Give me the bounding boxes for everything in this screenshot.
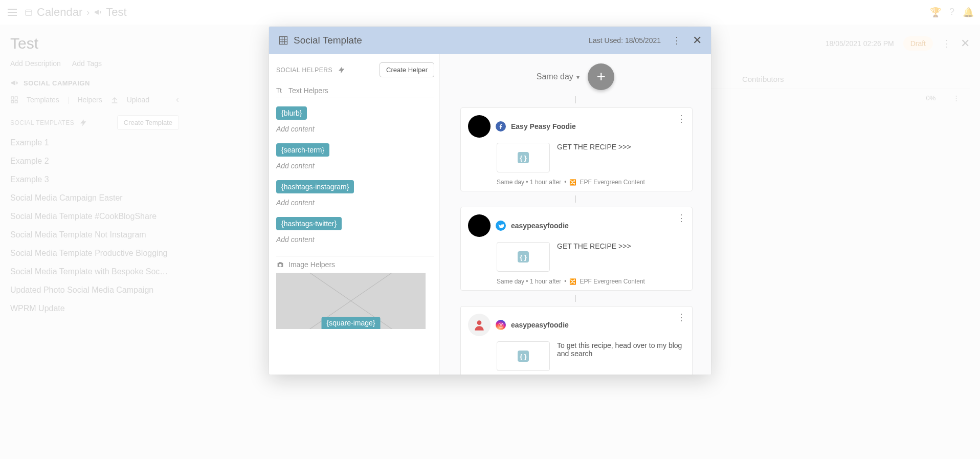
modal-last-used: Last Used: 18/05/2021 — [589, 36, 661, 45]
post-meta-time: Same day • 1 hour after — [497, 278, 561, 285]
helper-add-content[interactable]: Add content — [276, 157, 434, 170]
helpers-panel: SOCIAL HELPERS Create Helper Tt Text Hel… — [269, 54, 440, 375]
post-head: easypeasyfoodie — [468, 214, 685, 237]
post-text: GET THE RECIPE >>> — [557, 143, 685, 151]
helper-add-content[interactable]: Add content — [276, 120, 434, 133]
shuffle-icon: 🔀 — [569, 278, 576, 285]
helper-block: {hashtags-instagram}Add content — [276, 179, 434, 216]
braces-icon: { } — [518, 152, 529, 163]
modal-more-menu[interactable]: ⋮ — [672, 35, 681, 46]
post-meta-queue: EPF Evergreen Content — [580, 278, 644, 285]
post-text: To get this recipe, head over to my blog… — [557, 341, 685, 358]
account-name: Easy Peasy Foodie — [511, 122, 576, 130]
timeline-connector — [575, 295, 576, 302]
avatar — [468, 214, 491, 237]
avatar — [468, 115, 491, 138]
post-meta-queue: EPF Evergreen Content — [580, 179, 644, 186]
post-more-menu[interactable]: ⋮ — [677, 312, 686, 323]
svg-point-17 — [477, 320, 482, 325]
post-more-menu[interactable]: ⋮ — [677, 212, 686, 224]
svg-rect-9 — [280, 37, 287, 45]
post-body: { }To get this recipe, head over to my b… — [468, 336, 685, 374]
helper-tag[interactable]: {hashtags-instagram} — [276, 180, 354, 193]
timeline-connector — [575, 195, 576, 203]
image-helpers-label: Image Helpers — [288, 260, 335, 269]
avatar-placeholder — [468, 314, 491, 336]
helper-add-content[interactable]: Add content — [276, 193, 434, 207]
post-thumbnail[interactable]: { } — [497, 242, 550, 272]
account-name: easypeasyfoodie — [511, 321, 569, 329]
timeline-panel: Same day ▾ + ⋮Easy Peasy Foodie{ }GET TH… — [440, 54, 711, 375]
social-helpers-label: SOCIAL HELPERS — [276, 67, 332, 74]
post-thumbnail[interactable]: { } — [497, 143, 550, 172]
chevron-down-icon: ▾ — [576, 74, 580, 81]
post-meta: Same day • 1 hour after•🔀EPF Evergreen C… — [468, 374, 685, 375]
helper-block: {hashtags-twitter}Add content — [276, 216, 434, 253]
post-card[interactable]: ⋮easypeasyfoodie{ }To get this recipe, h… — [460, 306, 693, 375]
post-thumbnail[interactable]: { } — [497, 341, 550, 371]
modal-title: Social Template — [294, 35, 362, 46]
add-post-button[interactable]: + — [588, 63, 614, 90]
post-text: GET THE RECIPE >>> — [557, 242, 685, 250]
camera-icon — [276, 260, 284, 269]
post-head: Easy Peasy Foodie — [468, 115, 685, 138]
braces-icon: { } — [518, 251, 529, 263]
helper-block: {blurb}Add content — [276, 105, 434, 142]
post-card[interactable]: ⋮easypeasyfoodie{ }GET THE RECIPE >>>Sam… — [460, 207, 693, 291]
same-day-row: Same day ▾ + — [444, 59, 707, 96]
svg-point-19 — [500, 324, 502, 326]
post-meta: Same day • 1 hour after•🔀EPF Evergreen C… — [468, 275, 685, 285]
facebook-icon — [496, 121, 506, 132]
social-helpers-header: SOCIAL HELPERS Create Helper — [276, 60, 434, 82]
post-meta-time: Same day • 1 hour after — [497, 179, 561, 186]
post-more-menu[interactable]: ⋮ — [677, 113, 686, 124]
image-placeholder[interactable]: {square-image} — [276, 273, 426, 329]
post-meta: Same day • 1 hour after•🔀EPF Evergreen C… — [468, 176, 685, 186]
timeline-connector — [575, 96, 576, 103]
braces-icon: { } — [518, 351, 529, 362]
instagram-icon — [496, 320, 506, 330]
text-helpers-label: Text Helpers — [288, 86, 328, 95]
account-name: easypeasyfoodie — [511, 222, 569, 230]
shuffle-icon: 🔀 — [569, 179, 576, 186]
modal-body: SOCIAL HELPERS Create Helper Tt Text Hel… — [269, 54, 711, 375]
text-type-icon: Tt — [276, 87, 283, 94]
square-image-tag: {square-image} — [322, 317, 381, 329]
text-helpers-header: Tt Text Helpers — [276, 82, 434, 98]
post-body: { }GET THE RECIPE >>> — [468, 138, 685, 176]
template-grid-icon — [278, 35, 288, 46]
modal-close-icon[interactable]: ✕ — [693, 34, 702, 47]
post-body: { }GET THE RECIPE >>> — [468, 237, 685, 275]
social-template-modal: Social Template Last Used: 18/05/2021 ⋮ … — [269, 27, 711, 375]
same-day-dropdown[interactable]: Same day ▾ — [537, 72, 580, 81]
helper-tag[interactable]: {hashtags-twitter} — [276, 217, 342, 230]
image-helpers-header: Image Helpers — [276, 256, 434, 273]
modal-overlay: Social Template Last Used: 18/05/2021 ⋮ … — [0, 0, 980, 459]
helper-tag[interactable]: {blurb} — [276, 106, 307, 120]
create-helper-button[interactable]: Create Helper — [380, 62, 434, 77]
post-card[interactable]: ⋮Easy Peasy Foodie{ }GET THE RECIPE >>>S… — [460, 107, 693, 191]
twitter-icon — [496, 221, 506, 231]
helper-add-content[interactable]: Add content — [276, 230, 434, 244]
helper-block: {search-term}Add content — [276, 142, 434, 179]
modal-header: Social Template Last Used: 18/05/2021 ⋮ … — [269, 27, 711, 54]
svg-point-20 — [502, 323, 502, 324]
bolt-icon — [338, 66, 346, 74]
post-head: easypeasyfoodie — [468, 314, 685, 336]
helper-tag[interactable]: {search-term} — [276, 143, 329, 157]
